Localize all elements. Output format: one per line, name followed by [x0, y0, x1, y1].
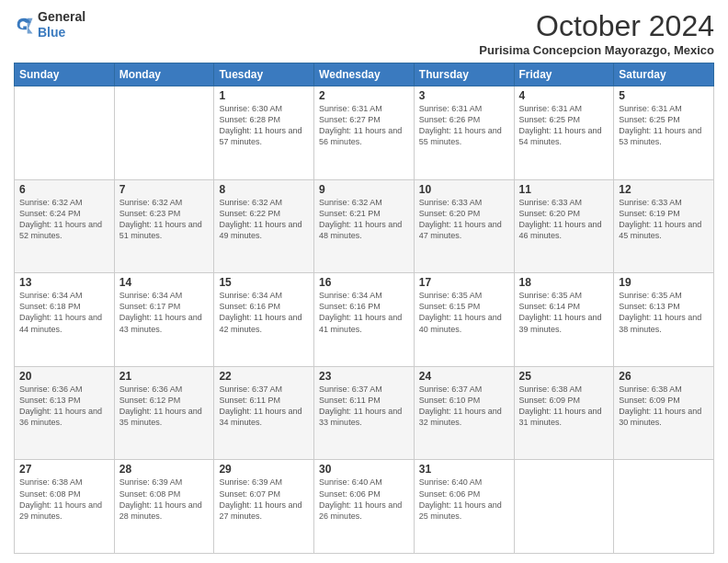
day-info: Sunrise: 6:39 AMSunset: 6:07 PMDaylight:…: [219, 477, 309, 522]
logo-general: General: [38, 9, 85, 25]
day-number: 14: [119, 276, 210, 289]
calendar-week-1: 1Sunrise: 6:30 AMSunset: 6:28 PMDaylight…: [15, 86, 714, 180]
day-number: 15: [219, 276, 309, 289]
calendar-cell: 30Sunrise: 6:40 AMSunset: 6:06 PMDayligh…: [314, 460, 415, 554]
logo-blue: Blue: [38, 25, 85, 40]
day-info: Sunrise: 6:35 AMSunset: 6:14 PMDaylight:…: [519, 290, 609, 335]
day-number: 22: [219, 370, 309, 383]
calendar-cell: 31Sunrise: 6:40 AMSunset: 6:06 PMDayligh…: [414, 460, 514, 554]
day-info: Sunrise: 6:34 AMSunset: 6:17 PMDaylight:…: [119, 290, 210, 335]
calendar-cell: 9Sunrise: 6:32 AMSunset: 6:21 PMDaylight…: [314, 179, 415, 273]
logo-text: General Blue: [38, 9, 85, 40]
day-info: Sunrise: 6:37 AMSunset: 6:11 PMDaylight:…: [219, 384, 309, 429]
calendar-cell: 16Sunrise: 6:34 AMSunset: 6:16 PMDayligh…: [314, 273, 415, 367]
weekday-friday: Friday: [514, 63, 614, 86]
calendar-cell: 26Sunrise: 6:38 AMSunset: 6:09 PMDayligh…: [614, 366, 714, 460]
day-number: 16: [319, 276, 409, 289]
day-info: Sunrise: 6:35 AMSunset: 6:13 PMDaylight:…: [619, 290, 709, 335]
day-number: 3: [419, 89, 509, 102]
calendar-cell: 5Sunrise: 6:31 AMSunset: 6:25 PMDaylight…: [614, 86, 714, 180]
day-number: 26: [619, 370, 709, 383]
day-number: 31: [419, 463, 509, 476]
day-number: 10: [419, 183, 509, 196]
day-number: 20: [19, 370, 109, 383]
calendar-cell: 10Sunrise: 6:33 AMSunset: 6:20 PMDayligh…: [414, 179, 514, 273]
day-info: Sunrise: 6:38 AMSunset: 6:09 PMDaylight:…: [619, 384, 709, 429]
day-info: Sunrise: 6:40 AMSunset: 6:06 PMDaylight:…: [319, 477, 409, 522]
month-title: October 2024: [479, 9, 714, 43]
calendar-cell: 17Sunrise: 6:35 AMSunset: 6:15 PMDayligh…: [414, 273, 514, 367]
calendar-cell: 27Sunrise: 6:38 AMSunset: 6:08 PMDayligh…: [15, 460, 115, 554]
calendar-cell: 22Sunrise: 6:37 AMSunset: 6:11 PMDayligh…: [214, 366, 314, 460]
calendar-cell: 20Sunrise: 6:36 AMSunset: 6:13 PMDayligh…: [15, 366, 115, 460]
day-info: Sunrise: 6:38 AMSunset: 6:09 PMDaylight:…: [519, 384, 609, 429]
day-info: Sunrise: 6:34 AMSunset: 6:16 PMDaylight:…: [219, 290, 309, 335]
day-number: 11: [519, 183, 609, 196]
logo: General Blue: [14, 9, 85, 40]
page: General Blue October 2024 Purisima Conce…: [0, 0, 728, 563]
title-area: October 2024 Purisima Concepcion Mayoraz…: [479, 9, 714, 57]
day-number: 8: [219, 183, 309, 196]
logo-icon: [14, 15, 34, 35]
calendar-cell: 8Sunrise: 6:32 AMSunset: 6:22 PMDaylight…: [214, 179, 314, 273]
day-info: Sunrise: 6:35 AMSunset: 6:15 PMDaylight:…: [419, 290, 509, 335]
calendar-cell: 15Sunrise: 6:34 AMSunset: 6:16 PMDayligh…: [214, 273, 314, 367]
day-number: 2: [319, 89, 409, 102]
day-info: Sunrise: 6:36 AMSunset: 6:13 PMDaylight:…: [19, 384, 109, 429]
day-number: 28: [119, 463, 210, 476]
day-info: Sunrise: 6:32 AMSunset: 6:24 PMDaylight:…: [19, 197, 109, 242]
weekday-saturday: Saturday: [614, 63, 714, 86]
day-number: 23: [319, 370, 409, 383]
day-info: Sunrise: 6:37 AMSunset: 6:10 PMDaylight:…: [419, 384, 509, 429]
calendar-cell: 29Sunrise: 6:39 AMSunset: 6:07 PMDayligh…: [214, 460, 314, 554]
day-info: Sunrise: 6:36 AMSunset: 6:12 PMDaylight:…: [119, 384, 210, 429]
weekday-wednesday: Wednesday: [314, 63, 415, 86]
weekday-sunday: Sunday: [15, 63, 115, 86]
calendar-cell: 2Sunrise: 6:31 AMSunset: 6:27 PMDaylight…: [314, 86, 415, 180]
day-number: 18: [519, 276, 609, 289]
day-number: 25: [519, 370, 609, 383]
day-number: 24: [419, 370, 509, 383]
calendar-cell: 28Sunrise: 6:39 AMSunset: 6:08 PMDayligh…: [114, 460, 214, 554]
calendar-cell: [15, 86, 115, 180]
day-number: 29: [219, 463, 309, 476]
calendar-cell: 25Sunrise: 6:38 AMSunset: 6:09 PMDayligh…: [514, 366, 614, 460]
day-number: 6: [19, 183, 109, 196]
day-info: Sunrise: 6:39 AMSunset: 6:08 PMDaylight:…: [119, 477, 210, 522]
day-info: Sunrise: 6:37 AMSunset: 6:11 PMDaylight:…: [319, 384, 409, 429]
calendar-cell: 23Sunrise: 6:37 AMSunset: 6:11 PMDayligh…: [314, 366, 415, 460]
calendar-week-5: 27Sunrise: 6:38 AMSunset: 6:08 PMDayligh…: [15, 460, 714, 554]
day-number: 1: [219, 89, 309, 102]
calendar-cell: 13Sunrise: 6:34 AMSunset: 6:18 PMDayligh…: [15, 273, 115, 367]
day-info: Sunrise: 6:31 AMSunset: 6:25 PMDaylight:…: [619, 103, 709, 148]
day-number: 9: [319, 183, 409, 196]
day-info: Sunrise: 6:30 AMSunset: 6:28 PMDaylight:…: [219, 103, 309, 148]
day-info: Sunrise: 6:31 AMSunset: 6:27 PMDaylight:…: [319, 103, 409, 148]
day-info: Sunrise: 6:32 AMSunset: 6:22 PMDaylight:…: [219, 197, 309, 242]
header: General Blue October 2024 Purisima Conce…: [14, 9, 714, 57]
calendar-cell: 24Sunrise: 6:37 AMSunset: 6:10 PMDayligh…: [414, 366, 514, 460]
calendar-cell: 18Sunrise: 6:35 AMSunset: 6:14 PMDayligh…: [514, 273, 614, 367]
day-info: Sunrise: 6:40 AMSunset: 6:06 PMDaylight:…: [419, 477, 509, 522]
day-number: 27: [19, 463, 109, 476]
day-number: 19: [619, 276, 709, 289]
calendar-week-2: 6Sunrise: 6:32 AMSunset: 6:24 PMDaylight…: [15, 179, 714, 273]
calendar-cell: [614, 460, 714, 554]
calendar-cell: 12Sunrise: 6:33 AMSunset: 6:19 PMDayligh…: [614, 179, 714, 273]
day-info: Sunrise: 6:32 AMSunset: 6:23 PMDaylight:…: [119, 197, 210, 242]
calendar-week-4: 20Sunrise: 6:36 AMSunset: 6:13 PMDayligh…: [15, 366, 714, 460]
day-info: Sunrise: 6:31 AMSunset: 6:25 PMDaylight:…: [519, 103, 609, 148]
day-number: 13: [19, 276, 109, 289]
calendar-cell: 4Sunrise: 6:31 AMSunset: 6:25 PMDaylight…: [514, 86, 614, 180]
calendar-cell: [114, 86, 214, 180]
day-info: Sunrise: 6:34 AMSunset: 6:18 PMDaylight:…: [19, 290, 109, 335]
calendar-cell: 3Sunrise: 6:31 AMSunset: 6:26 PMDaylight…: [414, 86, 514, 180]
location: Purisima Concepcion Mayorazgo, Mexico: [479, 43, 714, 57]
day-number: 4: [519, 89, 609, 102]
day-number: 17: [419, 276, 509, 289]
calendar-cell: [514, 460, 614, 554]
calendar-table: SundayMondayTuesdayWednesdayThursdayFrid…: [14, 63, 714, 554]
day-info: Sunrise: 6:33 AMSunset: 6:20 PMDaylight:…: [519, 197, 609, 242]
calendar-cell: 19Sunrise: 6:35 AMSunset: 6:13 PMDayligh…: [614, 273, 714, 367]
weekday-monday: Monday: [114, 63, 214, 86]
